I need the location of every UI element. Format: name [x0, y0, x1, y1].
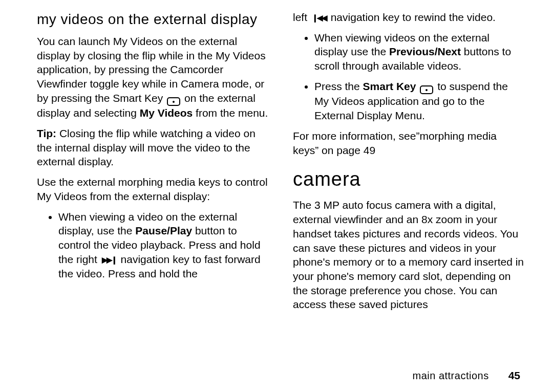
manual-page: my videos on the external display You ca… [0, 0, 553, 392]
text-my-videos: My Videos [140, 107, 193, 119]
list-item: Press the Smart Key to suspend the My Vi… [314, 79, 524, 123]
text-prev-next: Previous/Next [389, 46, 461, 57]
smart-key-icon [167, 97, 180, 106]
rewind-icon: ❙◀◀ [312, 13, 326, 23]
paragraph-continued: left ❙◀◀ navigation key to rewind the vi… [293, 10, 524, 25]
footer-section-name: main attractions [412, 370, 488, 382]
paragraph-tip: Tip: Closing the flip while watching a v… [37, 126, 268, 169]
fast-forward-icon: ▶▶❙ [102, 255, 116, 265]
right-column: left ❙◀◀ navigation key to rewind the vi… [293, 10, 524, 365]
page-footer: main attractions 45 [37, 369, 524, 382]
paragraph-more-info: For more information, see”morphing media… [293, 129, 524, 157]
smart-key-icon [420, 85, 433, 94]
tip-label: Tip: [37, 127, 56, 139]
tip-text: Closing the flip while watching a video … [37, 127, 256, 167]
bullet-list-left: When viewing a video on the external dis… [37, 210, 268, 281]
text: Press the [314, 80, 363, 92]
heading-my-videos-external: my videos on the external display [37, 10, 268, 29]
paragraph-launch: You can launch My Videos on the external… [37, 34, 268, 120]
two-column-layout: my videos on the external display You ca… [37, 10, 524, 365]
text: left [293, 11, 310, 23]
text-pause-play: Pause/Play [135, 225, 192, 236]
left-column: my videos on the external display You ca… [37, 10, 268, 365]
text: navigation key to rewind the video. [328, 11, 496, 23]
list-item: When viewing videos on the external disp… [314, 31, 524, 73]
list-item: When viewing a video on the external dis… [58, 210, 268, 281]
bullet-list-right: When viewing videos on the external disp… [293, 31, 524, 123]
text-smart-key: Smart Key [363, 80, 416, 92]
heading-camera: camera [293, 166, 524, 192]
paragraph-morphing-keys: Use the external morphing media keys to … [37, 175, 268, 203]
text: from the menu. [193, 107, 268, 119]
footer-page-number: 45 [508, 369, 520, 382]
paragraph-camera: The 3 MP auto focus camera with a digita… [293, 198, 524, 312]
